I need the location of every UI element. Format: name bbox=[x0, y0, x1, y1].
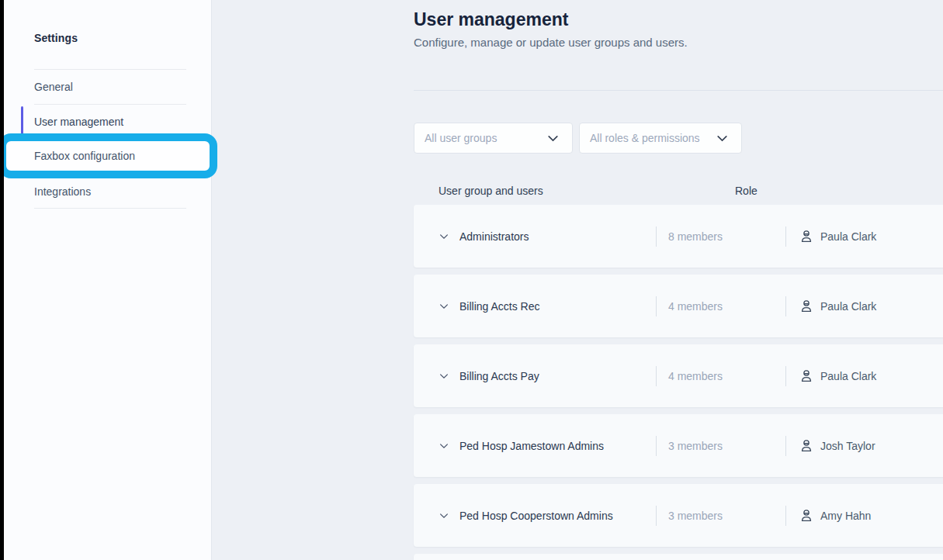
chevron-down-icon bbox=[546, 132, 560, 145]
cell-divider bbox=[785, 506, 786, 526]
member-count: 3 members bbox=[668, 440, 723, 452]
chevron-down-icon[interactable] bbox=[439, 441, 449, 451]
chevron-down-icon[interactable] bbox=[439, 231, 449, 242]
cell-divider bbox=[656, 296, 657, 316]
sidebar-divider bbox=[34, 208, 186, 209]
column-header-role: Role bbox=[735, 185, 758, 197]
user-group-row[interactable]: Billing Accts Pay 4 members Paula Clark bbox=[414, 344, 943, 407]
role-user-name: Josh Taylor bbox=[820, 440, 875, 452]
roles-permissions-filter-value: All roles & permissions bbox=[590, 132, 700, 144]
role-user-name: Paula Clark bbox=[820, 300, 876, 313]
member-count: 4 members bbox=[668, 300, 723, 313]
header-divider bbox=[414, 90, 943, 91]
chevron-down-icon[interactable] bbox=[439, 301, 449, 312]
cell-divider bbox=[785, 366, 786, 386]
cell-divider bbox=[656, 436, 657, 456]
user-group-row[interactable]: Ped Hosp Cooperstown Admins 3 members Am… bbox=[414, 484, 943, 547]
user-group-row[interactable]: Billing Accts Rec 4 members Paula Clark bbox=[414, 275, 943, 337]
sidebar-item-general[interactable]: General bbox=[0, 70, 212, 105]
member-count: 8 members bbox=[668, 230, 723, 243]
chevron-down-icon[interactable] bbox=[439, 510, 449, 521]
user-group-row[interactable]: Ped Hosp Jamestown Admins 3 members Josh… bbox=[414, 414, 943, 477]
group-name: Ped Hosp Jamestown Admins bbox=[459, 440, 604, 452]
roles-permissions-filter-dropdown[interactable]: All roles & permissions bbox=[579, 123, 742, 154]
chevron-down-icon bbox=[716, 132, 729, 145]
cell-divider bbox=[656, 506, 657, 526]
cell-divider bbox=[785, 296, 786, 316]
user-icon bbox=[799, 438, 813, 453]
cell-divider bbox=[656, 226, 657, 247]
user-groups-filter-value: All user groups bbox=[425, 132, 497, 144]
page-subtitle: Configure, manage or update user groups … bbox=[414, 36, 688, 49]
member-count: 4 members bbox=[668, 370, 723, 382]
window-left-edge bbox=[0, 0, 4, 560]
group-name: Billing Accts Rec bbox=[459, 300, 539, 313]
role-user-name: Paula Clark bbox=[820, 370, 876, 382]
page-title: User management bbox=[414, 9, 568, 30]
cell-divider bbox=[785, 226, 786, 247]
user-icon bbox=[799, 368, 813, 383]
user-groups-filter-dropdown[interactable]: All user groups bbox=[414, 123, 573, 154]
role-user-name: Amy Hahn bbox=[820, 510, 871, 522]
user-icon bbox=[799, 508, 813, 523]
cell-divider bbox=[656, 366, 657, 386]
group-name: Billing Accts Pay bbox=[459, 370, 539, 382]
user-group-row[interactable]: Administrators 8 members Paula Clark bbox=[414, 205, 943, 268]
member-count: 3 members bbox=[668, 510, 723, 522]
role-user-name: Paula Clark bbox=[820, 230, 876, 243]
sidebar-item-integrations[interactable]: Integrations bbox=[0, 175, 212, 209]
user-group-row-partial[interactable] bbox=[414, 554, 943, 560]
group-name: Ped Hosp Cooperstown Admins bbox=[459, 510, 613, 522]
sidebar-item-faxbox-configuration[interactable]: Faxbox configuration bbox=[0, 140, 212, 172]
group-name: Administrators bbox=[459, 230, 529, 243]
user-icon bbox=[799, 299, 813, 313]
column-header-user-group: User group and users bbox=[439, 185, 543, 197]
cell-divider bbox=[785, 436, 786, 456]
chevron-down-icon[interactable] bbox=[439, 371, 449, 382]
settings-sidebar: Settings General User management Faxbox … bbox=[0, 0, 212, 560]
user-icon bbox=[799, 229, 813, 244]
sidebar-heading: Settings bbox=[34, 32, 78, 44]
